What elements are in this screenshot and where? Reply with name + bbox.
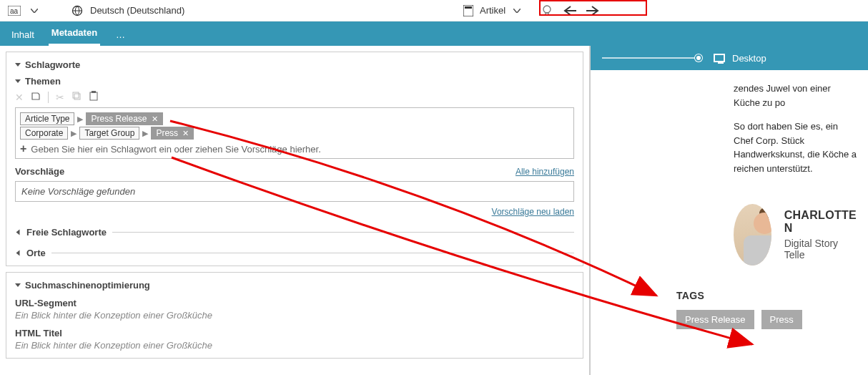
- themen-tag-area[interactable]: Article Type ▶ Press Release ✕ Corporate…: [15, 107, 574, 159]
- tag-label: Press: [156, 128, 178, 138]
- tab-metadata[interactable]: Metadaten: [49, 21, 100, 46]
- svg-point-5: [543, 6, 551, 13]
- freie-schlagworte-header[interactable]: Freie Schlagworte: [15, 227, 574, 238]
- html-title-value[interactable]: Ein Blick hinter die Konzeption einer Gr…: [15, 340, 574, 351]
- tag-input[interactable]: [31, 144, 569, 155]
- remove-tag-icon[interactable]: ✕: [152, 115, 158, 124]
- device-label: Desktop: [732, 53, 766, 64]
- svg-text:aa: aa: [10, 7, 19, 15]
- paste-icon[interactable]: [89, 91, 99, 103]
- author-row: CHARLOTTE N Digital Story Telle: [605, 204, 857, 266]
- tag-button[interactable]: Press: [761, 310, 802, 329]
- chevron-down-icon: [15, 79, 21, 83]
- lightbulb-icon[interactable]: [540, 4, 554, 18]
- tag-button-row: Press Release Press: [676, 310, 857, 329]
- freie-schlagworte-label: Freie Schlagworte: [26, 227, 107, 238]
- svg-rect-6: [546, 13, 548, 15]
- preview-toolbar: Desktop: [591, 46, 868, 70]
- seo-header[interactable]: Suchmaschinenoptimierung: [15, 280, 574, 291]
- suggestions-empty: Keine Vorschläge gefunden: [15, 181, 574, 202]
- selected-tag-chip[interactable]: Press Release ✕: [86, 112, 162, 125]
- themen-title: Themen: [25, 76, 61, 87]
- author-avatar: [734, 204, 771, 266]
- svg-rect-7: [73, 92, 79, 98]
- themen-toolbar: ✕ ✂: [15, 91, 574, 103]
- selected-tag-chip[interactable]: Press ✕: [151, 127, 194, 140]
- url-segment-label: URL-Segment: [15, 298, 574, 308]
- reload-suggestions-link[interactable]: Vorschläge neu laden: [492, 207, 574, 217]
- nav-back-icon[interactable]: [563, 4, 577, 18]
- separator: [48, 92, 49, 103]
- tab-content[interactable]: Inhalt: [9, 24, 37, 46]
- close-icon[interactable]: ✕: [15, 92, 24, 103]
- html-title-label: HTML Titel: [15, 328, 574, 339]
- preview-paragraph: So dort haben Sie es, ein Chef Corp. Stü…: [734, 120, 857, 175]
- remove-tag-icon[interactable]: ✕: [182, 129, 189, 138]
- preview-paragraph: zendes Juwel von einer Küche zu po: [734, 82, 857, 109]
- author-name: CHARLOTTE N: [784, 209, 857, 235]
- top-toolbar: aa Deutsch (Deutschland) Artikel: [0, 0, 868, 21]
- monitor-icon: [714, 54, 725, 62]
- chevron-right-icon: [16, 230, 20, 235]
- tag-input-row: +: [20, 142, 569, 155]
- chevron-down-icon[interactable]: [27, 4, 41, 18]
- tags-heading: TAGS: [676, 290, 857, 301]
- preview-panel: Desktop zendes Juwel von einer Küche zu …: [591, 46, 868, 375]
- svg-rect-10: [92, 91, 96, 93]
- plus-icon[interactable]: +: [20, 142, 26, 155]
- schlagworte-panel: Schlagworte Themen ✕ ✂: [6, 52, 583, 266]
- schlagworte-header[interactable]: Schlagworte: [15, 59, 574, 70]
- viewport-slider[interactable]: [602, 57, 702, 59]
- library-icon[interactable]: [31, 91, 41, 103]
- chevron-down-icon[interactable]: [510, 4, 524, 18]
- editor-tab-row: Inhalt Metadaten …: [0, 21, 868, 46]
- divider: [51, 253, 574, 253]
- chevron-down-icon: [15, 283, 21, 287]
- url-segment-value[interactable]: Ein Blick hinter die Konzeption einer Gr…: [15, 310, 574, 321]
- suggestions-header: Vorschläge Alle hinzufügen: [15, 166, 574, 177]
- svg-rect-9: [90, 92, 97, 100]
- editor-panel: Schlagworte Themen ✕ ✂: [0, 46, 591, 375]
- chevron-down-icon: [15, 63, 21, 67]
- breadcrumb-chip[interactable]: Target Group: [79, 127, 139, 140]
- schlagworte-title: Schlagworte: [25, 59, 80, 70]
- breadcrumb-separator-icon: ▶: [142, 129, 148, 138]
- themen-header[interactable]: Themen: [15, 76, 574, 87]
- orte-header[interactable]: Orte: [15, 248, 574, 258]
- breadcrumb-separator-icon: ▶: [77, 115, 83, 124]
- seo-panel: Suchmaschinenoptimierung URL-Segment Ein…: [6, 272, 583, 359]
- orte-label: Orte: [26, 248, 46, 258]
- copy-icon[interactable]: [71, 91, 82, 103]
- cut-icon[interactable]: ✂: [56, 92, 64, 103]
- svg-rect-8: [74, 94, 80, 99]
- content-type-label[interactable]: Artikel: [480, 5, 505, 16]
- text-format-icon[interactable]: aa: [7, 4, 21, 18]
- divider: [112, 232, 574, 233]
- breadcrumb-chip[interactable]: Corporate: [20, 127, 68, 140]
- tag-label: Press Release: [91, 114, 147, 124]
- nav-forward-icon[interactable]: [586, 4, 600, 18]
- tab-more[interactable]: …: [112, 24, 131, 46]
- suggestions-label: Vorschläge: [15, 166, 64, 177]
- slider-knob[interactable]: [695, 54, 702, 62]
- tag-row: Article Type ▶ Press Release ✕: [20, 112, 569, 125]
- seo-title: Suchmaschinenoptimierung: [25, 280, 150, 291]
- add-all-link[interactable]: Alle hinzufügen: [516, 167, 574, 177]
- author-role: Digital Story Telle: [784, 238, 857, 260]
- tag-button[interactable]: Press Release: [676, 310, 754, 329]
- svg-rect-4: [465, 6, 472, 9]
- breadcrumb-chip[interactable]: Article Type: [20, 112, 74, 125]
- language-label[interactable]: Deutsch (Deutschland): [90, 5, 184, 16]
- preview-content[interactable]: zendes Juwel von einer Küche zu po So do…: [591, 70, 868, 375]
- tag-row: Corporate ▶ Target Group ▶ Press ✕: [20, 127, 569, 140]
- article-icon[interactable]: [461, 4, 475, 18]
- breadcrumb-separator-icon: ▶: [71, 129, 77, 138]
- chevron-right-icon: [16, 250, 20, 256]
- globe-icon[interactable]: [70, 4, 84, 18]
